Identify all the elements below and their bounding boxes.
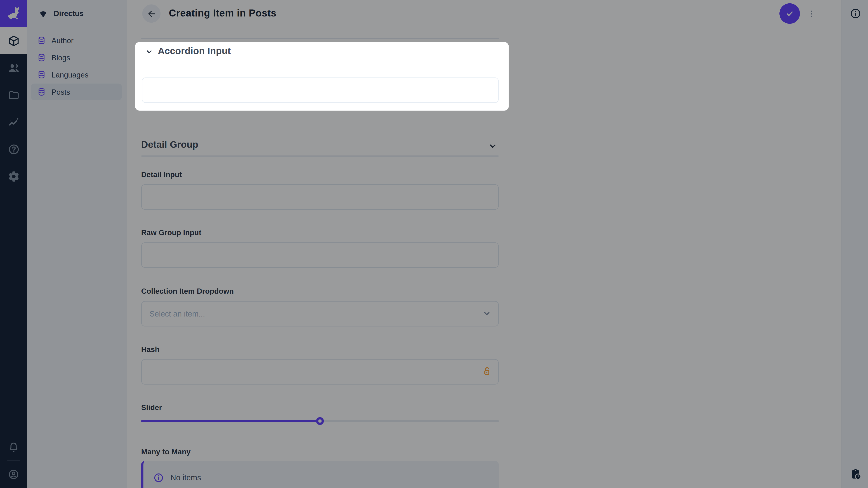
box-icon	[7, 35, 20, 47]
check-icon	[784, 8, 795, 19]
project-logo[interactable]	[0, 0, 27, 27]
info-icon	[153, 472, 164, 483]
info-icon	[849, 8, 861, 19]
account-icon	[8, 468, 19, 480]
rabbit-logo-icon	[5, 5, 22, 22]
right-sidebar	[841, 0, 868, 488]
module-settings[interactable]	[0, 163, 27, 190]
project-name: Directus	[54, 9, 84, 18]
dropdown-placeholder: Select an item...	[149, 309, 205, 318]
hash-label: Hash	[141, 345, 159, 354]
help-icon	[7, 143, 20, 155]
bell-icon	[8, 442, 19, 453]
chevron-down-icon	[145, 47, 153, 56]
lock-open-icon	[480, 365, 493, 380]
app-window: Directus Author Blogs Lang	[0, 0, 868, 488]
chevron-down-icon	[482, 309, 492, 318]
slider-fill	[141, 420, 320, 422]
slider-thumb[interactable]	[316, 417, 324, 425]
database-icon	[37, 88, 46, 96]
info-sidebar-button[interactable]	[842, 0, 868, 27]
accordion-input-field[interactable]	[142, 77, 499, 103]
database-icon	[37, 36, 46, 45]
sidebar-item-label: Author	[52, 36, 73, 44]
kebab-menu-icon	[807, 9, 815, 18]
collection-item-dropdown[interactable]: Select an item...	[141, 301, 499, 326]
many-to-many-label: Many to Many	[141, 448, 191, 456]
group-divider	[141, 38, 499, 39]
hash-field[interactable]	[141, 359, 499, 385]
navigation-sidebar: Directus Author Blogs Lang	[27, 0, 127, 488]
sidebar-item-author[interactable]: Author	[31, 32, 122, 48]
module-user-directory[interactable]	[0, 54, 27, 81]
insights-icon	[7, 116, 20, 128]
accordion-group-title: Accordion Input	[158, 46, 231, 57]
people-icon	[7, 62, 20, 74]
folder-icon	[7, 89, 20, 101]
sidebar-item-label: Blogs	[52, 53, 70, 62]
module-help[interactable]	[0, 135, 27, 163]
raw-group-input-field[interactable]	[141, 242, 499, 268]
hash-field-wrap	[141, 359, 499, 385]
more-options-button[interactable]	[802, 4, 820, 23]
save-button[interactable]	[779, 3, 800, 24]
collection-item-dropdown-label: Collection Item Dropdown	[141, 287, 234, 295]
activity-sidebar-button[interactable]	[842, 460, 868, 488]
module-insights[interactable]	[0, 108, 27, 135]
no-items-notice: No items	[141, 461, 499, 488]
slider[interactable]	[141, 420, 499, 422]
sidebar-item-label: Posts	[52, 88, 70, 96]
detail-input-label: Detail Input	[141, 170, 182, 179]
project-header[interactable]: Directus	[27, 0, 127, 27]
pending-actions-icon	[849, 468, 861, 480]
notifications-button[interactable]	[0, 434, 27, 461]
sidebar-item-languages[interactable]: Languages	[31, 66, 122, 83]
gear-icon	[7, 170, 20, 182]
raw-group-input-label: Raw Group Input	[141, 228, 201, 237]
detail-input-field[interactable]	[141, 184, 499, 210]
project-fan-icon	[38, 8, 48, 19]
no-items-text: No items	[170, 473, 201, 482]
database-icon	[37, 70, 46, 79]
sidebar-item-blogs[interactable]: Blogs	[31, 49, 122, 66]
module-file-library[interactable]	[0, 81, 27, 108]
group-divider	[141, 156, 499, 157]
detail-group-header[interactable]: Detail Group	[141, 139, 499, 151]
slider-label: Slider	[141, 403, 162, 412]
accordion-group-header[interactable]: Accordion Input	[145, 46, 231, 57]
sidebar-item-label: Languages	[52, 70, 89, 79]
chevron-down-icon	[488, 141, 498, 151]
sidebar-item-posts[interactable]: Posts	[31, 84, 122, 100]
module-content[interactable]	[0, 27, 27, 54]
account-button[interactable]	[0, 461, 27, 488]
spotlight-accordion-group: Accordion Input	[135, 42, 509, 111]
database-icon	[37, 53, 46, 62]
module-bar	[0, 0, 27, 488]
detail-group-title: Detail Group	[141, 139, 198, 151]
